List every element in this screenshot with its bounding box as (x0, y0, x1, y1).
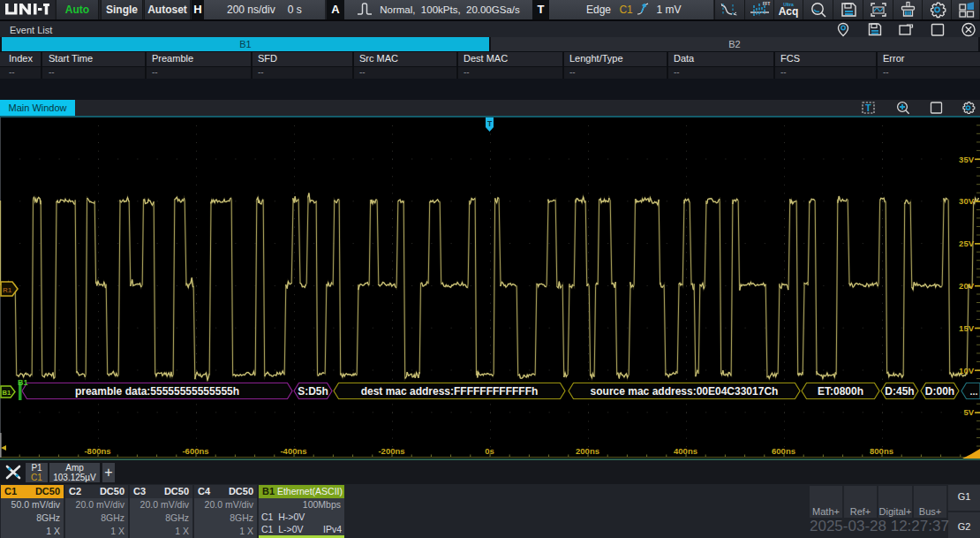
svg-text:T: T (487, 119, 493, 128)
svg-text:ET:0800h: ET:0800h (818, 385, 863, 398)
svg-text:30V: 30V (959, 196, 975, 206)
svg-text:R1: R1 (3, 286, 12, 294)
svg-text:35V: 35V (959, 155, 975, 164)
svg-text:preamble data:55555555555555h: preamble data:55555555555555h (75, 385, 239, 398)
svg-text:B1: B1 (3, 389, 11, 397)
svg-text:...: ... (969, 386, 977, 397)
svg-text:D:45h: D:45h (885, 385, 914, 398)
svg-text:5V: 5V (963, 407, 974, 417)
svg-text:S:D5h: S:D5h (298, 385, 328, 398)
svg-text:20V: 20V (959, 281, 975, 291)
svg-text:source mac address:00E04C33017: source mac address:00E04C33017Ch (591, 385, 779, 398)
svg-text:B1: B1 (18, 378, 28, 387)
svg-text:T: T (865, 102, 871, 113)
svg-text:FFT: FFT (763, 2, 770, 6)
svg-text:10V: 10V (959, 366, 975, 375)
svg-text:D:00h: D:00h (925, 385, 954, 398)
svg-text:dest mac address:FFFFFFFFFFFFh: dest mac address:FFFFFFFFFFFFh (361, 385, 539, 398)
svg-text:15V: 15V (959, 323, 975, 333)
svg-text:25V: 25V (959, 239, 975, 248)
